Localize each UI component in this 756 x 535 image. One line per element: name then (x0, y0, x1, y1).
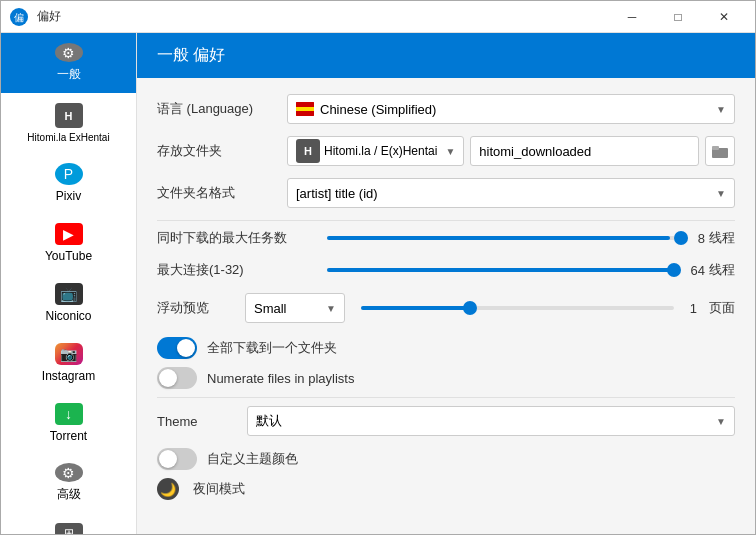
custom-color-label: 自定义主题颜色 (207, 450, 298, 468)
divider-2 (157, 397, 735, 398)
settings-panel: 语言 (Language) Chinese (Simplified) ▼ 存放文… (137, 78, 755, 524)
sidebar-item-compress[interactable]: ⊞ 压缩 (1, 513, 136, 534)
preview-label: 浮动预览 (157, 299, 237, 317)
sidebar-label-instagram: Instagram (42, 369, 95, 383)
preview-slider-fill (361, 306, 470, 310)
chevron-down-icon-folder: ▼ (445, 146, 455, 157)
toggle-all-switch[interactable] (157, 337, 197, 359)
preview-value: 1 (690, 301, 697, 316)
hitomi-icon: H (55, 103, 83, 128)
folder-site-dropdown[interactable]: H Hitomi.la / E(x)Hentai ▼ (287, 136, 464, 166)
language-value: Chinese (Simplified) (320, 102, 716, 117)
toggle-numerate-switch[interactable] (157, 367, 197, 389)
toggle-all-label: 全部下载到一个文件夹 (207, 339, 337, 357)
content-area: 一般 偏好 语言 (Language) Chinese (Simplified)… (137, 33, 755, 534)
preview-size-dropdown[interactable]: Small ▼ (245, 293, 345, 323)
connection-row: 最大连接(1-32) 64 线程 (157, 261, 735, 279)
concurrent-unit: 线程 (709, 229, 735, 247)
sidebar-item-advanced[interactable]: ⚙ 高级 (1, 453, 136, 513)
night-mode-row: 🌙 夜间模式 (157, 478, 735, 500)
sidebar-label-advanced: 高级 (57, 486, 81, 503)
connection-slider-thumb[interactable] (667, 263, 681, 277)
theme-row: Theme 默认 ▼ (157, 406, 735, 436)
folder-format-value: [artist] title (id) (296, 186, 716, 201)
folder-controls: H Hitomi.la / E(x)Hentai ▼ (287, 136, 735, 166)
sidebar-label-torrent: Torrent (50, 429, 87, 443)
toggle-all-row: 全部下载到一个文件夹 (157, 337, 735, 359)
folder-format-dropdown[interactable]: [artist] title (id) ▼ (287, 178, 735, 208)
concurrent-slider-thumb[interactable] (674, 231, 688, 245)
sidebar-label-hitomi: Hitomi.la ExHentai (27, 132, 109, 143)
sidebar-label-youtube: YouTube (45, 249, 92, 263)
custom-color-switch[interactable] (157, 448, 197, 470)
preview-slider-track[interactable] (361, 306, 674, 310)
concurrent-row: 同时下载的最大任务数 8 线程 (157, 229, 735, 247)
language-label: 语言 (Language) (157, 100, 277, 118)
window-controls: ─ □ ✕ (609, 1, 747, 33)
theme-dropdown[interactable]: 默认 ▼ (247, 406, 735, 436)
connection-slider-track[interactable] (327, 268, 681, 272)
concurrent-value: 8 (698, 231, 705, 246)
hitomi-small-icon: H (296, 139, 320, 163)
sidebar: ⚙ 一般 H Hitomi.la ExHentai P Pixiv ▶ YouT… (1, 33, 137, 534)
custom-color-knob (159, 450, 177, 468)
connection-value: 64 (691, 263, 705, 278)
language-dropdown[interactable]: Chinese (Simplified) ▼ (287, 94, 735, 124)
compress-icon: ⊞ (55, 523, 83, 534)
toggle-numerate-row: Numerate files in playlists (157, 367, 735, 389)
sidebar-item-pixiv[interactable]: P Pixiv (1, 153, 136, 213)
torrent-icon: ↓ (55, 403, 83, 425)
close-button[interactable]: ✕ (701, 1, 747, 33)
maximize-button[interactable]: □ (655, 1, 701, 33)
custom-color-row: 自定义主题颜色 (157, 448, 735, 470)
folder-site-label: Hitomi.la / E(x)Hentai (324, 144, 437, 158)
connection-unit: 线程 (709, 261, 735, 279)
preview-unit: 页面 (709, 299, 735, 317)
sidebar-label-pixiv: Pixiv (56, 189, 81, 203)
toggle-all-knob (177, 339, 195, 357)
window-title: 偏好 (37, 8, 609, 25)
preview-row: 浮动预览 Small ▼ 1 页面 (157, 293, 735, 323)
sidebar-label-niconico: Niconico (45, 309, 91, 323)
toggle-numerate-knob (159, 369, 177, 387)
theme-value: 默认 (256, 412, 716, 430)
folder-format-label: 文件夹名格式 (157, 184, 277, 202)
preview-size-value: Small (254, 301, 322, 316)
content-header: 一般 偏好 (137, 33, 755, 78)
connection-slider-fill (327, 268, 673, 272)
folder-row: 存放文件夹 H Hitomi.la / E(x)Hentai ▼ (157, 136, 735, 166)
chevron-down-icon-format: ▼ (716, 188, 726, 199)
folder-label: 存放文件夹 (157, 142, 277, 160)
svg-text:偏: 偏 (14, 12, 24, 23)
folder-browse-button[interactable] (705, 136, 735, 166)
flag-icon (296, 102, 314, 116)
concurrent-slider-fill (327, 236, 670, 240)
app-icon: 偏 (9, 7, 29, 27)
preview-slider-thumb[interactable] (463, 301, 477, 315)
night-mode-label: 夜间模式 (193, 480, 245, 498)
folder-format-row: 文件夹名格式 [artist] title (id) ▼ (157, 178, 735, 208)
night-mode-icon: 🌙 (157, 478, 179, 500)
connection-label: 最大连接(1-32) (157, 261, 317, 279)
language-row: 语言 (Language) Chinese (Simplified) ▼ (157, 94, 735, 124)
concurrent-slider-track[interactable] (327, 236, 688, 240)
divider-1 (157, 220, 735, 221)
sidebar-item-general[interactable]: ⚙ 一般 (1, 33, 136, 93)
advanced-icon: ⚙ (55, 463, 83, 482)
theme-label: Theme (157, 414, 237, 429)
youtube-icon: ▶ (55, 223, 83, 245)
sidebar-item-youtube[interactable]: ▶ YouTube (1, 213, 136, 273)
svg-rect-3 (712, 146, 719, 150)
gear-icon: ⚙ (55, 43, 83, 62)
concurrent-label: 同时下载的最大任务数 (157, 229, 317, 247)
sidebar-item-torrent[interactable]: ↓ Torrent (1, 393, 136, 453)
sidebar-item-instagram[interactable]: 📷 Instagram (1, 333, 136, 393)
chevron-down-icon-theme: ▼ (716, 416, 726, 427)
sidebar-item-hitomi[interactable]: H Hitomi.la ExHentai (1, 93, 136, 153)
chevron-down-icon-preview: ▼ (326, 303, 336, 314)
minimize-button[interactable]: ─ (609, 1, 655, 33)
sidebar-label-general: 一般 (57, 66, 81, 83)
instagram-icon: 📷 (55, 343, 83, 365)
folder-path-input[interactable] (470, 136, 699, 166)
sidebar-item-niconico[interactable]: 📺 Niconico (1, 273, 136, 333)
